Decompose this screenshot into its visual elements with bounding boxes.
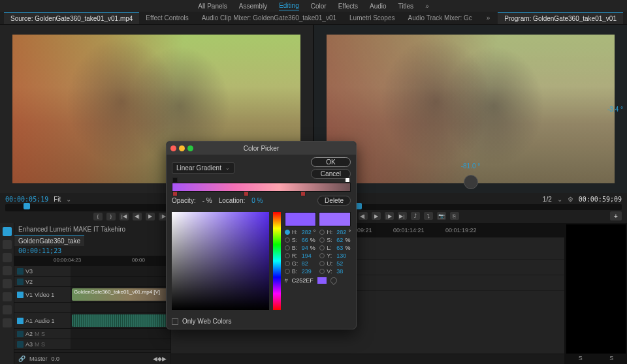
ok-button[interactable]: OK (311, 157, 351, 167)
tab-audio[interactable]: Audio (370, 3, 387, 10)
g-value[interactable]: 82 (302, 260, 308, 267)
hue-slider[interactable] (273, 212, 281, 310)
program-monitor[interactable]: -3.4 ° -81.0 ° (314, 25, 627, 193)
only-web-checkbox[interactable] (172, 318, 178, 325)
hl-value[interactable]: 282 (336, 229, 346, 235)
close-icon[interactable] (170, 145, 176, 151)
track-v2-label[interactable]: V2 (25, 279, 33, 285)
only-web-label[interactable]: Only Web Colors (182, 318, 231, 325)
radio-v[interactable] (319, 269, 325, 274)
razor-tool-icon[interactable] (3, 266, 12, 275)
gradient-stop-3[interactable] (300, 191, 306, 196)
track-v1-label[interactable]: V1 (25, 292, 33, 298)
tab-titles[interactable]: Titles (398, 3, 414, 10)
hex-value[interactable]: C252EF (292, 277, 314, 284)
track-select-tool-icon[interactable] (3, 240, 12, 249)
track-a3-label[interactable]: A3 (25, 341, 33, 348)
gradient-type-select[interactable]: Linear Gradient⌄ (172, 162, 234, 174)
saturation-value-field[interactable] (172, 212, 269, 310)
pen-tool-icon[interactable] (3, 292, 12, 301)
type-tool-icon[interactable] (3, 318, 12, 327)
step-back-button[interactable]: ◀| (359, 212, 368, 220)
keyframe-icon[interactable]: ◀◆▶ (153, 356, 167, 362)
timeline-zoom-bar[interactable] (171, 354, 564, 364)
sequence-tab[interactable]: GoldenGate360_take (14, 235, 84, 246)
fit-dropdown[interactable]: Fit (54, 196, 61, 203)
b-value[interactable]: 94 (302, 245, 308, 251)
radio-u[interactable] (319, 261, 325, 266)
ripple-tool-icon[interactable] (3, 253, 12, 262)
add-button[interactable]: + (610, 211, 622, 220)
master-value[interactable]: 0.0 (52, 356, 60, 362)
r-value[interactable]: 194 (302, 252, 312, 259)
chevron-down-icon[interactable]: ⌄ (66, 196, 71, 203)
gradient-stop-1[interactable] (172, 191, 178, 196)
opacity-value[interactable]: - % (202, 197, 212, 204)
radio-b[interactable] (285, 245, 290, 250)
tab-all-panels[interactable]: All Panels (198, 3, 227, 10)
slip-tool-icon[interactable] (3, 279, 12, 288)
link-icon[interactable]: 🔗 (18, 356, 25, 362)
source-timecode[interactable]: 00:00:05;19 (5, 196, 48, 203)
l-value[interactable]: 63 (336, 245, 343, 251)
tab-effect-controls[interactable]: Effect Controls (139, 12, 195, 23)
tab-color[interactable]: Color (311, 3, 327, 10)
video-clip[interactable]: GoldenGate360_take01_v01.mp4 [V] (72, 288, 168, 301)
hand-tool-icon[interactable] (3, 305, 12, 314)
step-back-button[interactable]: ◀| (133, 213, 142, 220)
dialog-titlebar[interactable]: Color Picker (167, 142, 356, 155)
audio-clip[interactable] (72, 314, 168, 327)
sequence-timecode[interactable]: 00:00:11;23 (14, 246, 170, 256)
tab-lumetri-scopes[interactable]: Lumetri Scopes (343, 12, 401, 23)
v-value[interactable]: 38 (336, 268, 343, 275)
tab-audio-clip-mixer[interactable]: Audio Clip Mixer: GoldenGate360_take01_v… (195, 12, 343, 23)
go-out-button[interactable]: ▶| (398, 212, 407, 220)
u-value[interactable]: 52 (336, 260, 343, 267)
radio-s[interactable] (285, 237, 290, 243)
sl-value[interactable]: 62 (336, 237, 343, 243)
mark-out-button[interactable]: } (106, 213, 116, 220)
tab-program[interactable]: Program: GoldenGate360_take01_v01 (498, 12, 623, 24)
chevron-right-icon[interactable]: » (484, 14, 493, 22)
extract-button[interactable]: ⤵ (424, 212, 433, 220)
radio-h[interactable] (285, 230, 290, 235)
tab-audio-track-mixer[interactable]: Audio Track Mixer: Gc (402, 12, 479, 23)
lift-button[interactable]: ⤴ (411, 212, 420, 220)
gradient-stop-2[interactable] (244, 191, 249, 196)
camera-icon[interactable]: 📷 (437, 212, 446, 220)
minimize-icon[interactable] (179, 145, 185, 151)
gradient-stop-opacity-left[interactable] (172, 177, 178, 183)
tab-effects[interactable]: Effects (338, 3, 358, 10)
delete-stop-button[interactable]: Delete (317, 196, 351, 205)
track-v3-label[interactable]: V3 (25, 268, 33, 275)
bb-value[interactable]: 239 (302, 268, 312, 275)
radio-hl[interactable] (319, 230, 325, 235)
tab-source[interactable]: Source: GoldenGate360_take01_v01.mp4 (4, 12, 139, 24)
track-a1-label[interactable]: A1 (25, 318, 33, 324)
selection-tool-icon[interactable] (3, 227, 12, 236)
overflow-icon[interactable]: » (425, 3, 429, 10)
play-button[interactable]: ▶ (146, 213, 155, 220)
location-value[interactable]: 0 % (251, 197, 263, 204)
h-value[interactable]: 282 (302, 229, 312, 235)
settings-icon[interactable]: ⚙ (568, 196, 573, 203)
zoom-icon[interactable] (187, 145, 193, 151)
radio-r[interactable] (285, 253, 290, 258)
radio-bb[interactable] (285, 269, 290, 274)
track-a2-label[interactable]: A2 (25, 331, 33, 337)
radio-g[interactable] (285, 261, 290, 266)
chevron-down-icon[interactable]: ⌄ (557, 196, 562, 203)
radio-l[interactable] (319, 245, 325, 250)
step-fwd-button[interactable]: |▶ (385, 212, 394, 220)
vr-compass-icon[interactable] (464, 175, 478, 189)
s-value[interactable]: 66 (302, 237, 308, 243)
gradient-stop-opacity-right[interactable] (345, 177, 350, 183)
radio-sl[interactable] (319, 237, 325, 243)
tab-editing[interactable]: Editing (279, 2, 299, 10)
tab-assembly[interactable]: Assembly (239, 3, 267, 10)
play-button[interactable]: ▶ (372, 212, 381, 220)
gradient-bar[interactable] (172, 183, 351, 192)
mini-ruler[interactable]: 00:00:04:23 00:00 (14, 256, 170, 266)
program-scale-label[interactable]: 1/2 (543, 196, 552, 203)
program-scrubber[interactable] (319, 204, 622, 210)
